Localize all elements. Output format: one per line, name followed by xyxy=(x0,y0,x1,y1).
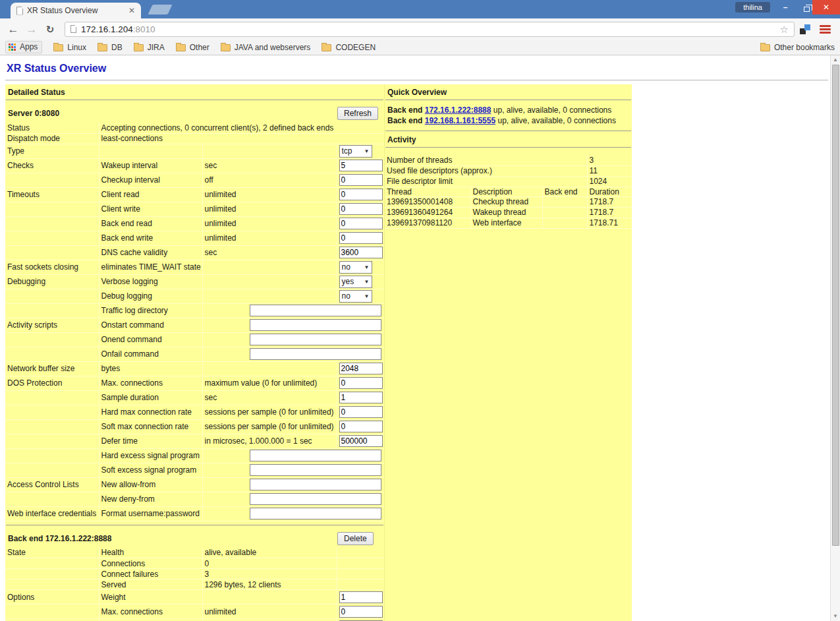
text-input[interactable] xyxy=(339,160,383,171)
text-input[interactable] xyxy=(250,479,381,490)
text-input[interactable] xyxy=(339,406,383,418)
text-input[interactable] xyxy=(250,450,381,461)
vertical-scrollbar[interactable]: ▲ ▼ xyxy=(830,55,840,621)
bookmark-item[interactable]: JAVA and webservers xyxy=(221,43,311,52)
text-input[interactable] xyxy=(250,464,381,476)
text-input[interactable] xyxy=(339,174,383,186)
cell: Accepting connections, 0 concurrent clie… xyxy=(99,123,384,133)
back-icon[interactable]: ← xyxy=(5,24,21,35)
text-input[interactable] xyxy=(339,591,383,603)
status-content: Detailed Status Server 0:8080 Refresh St… xyxy=(5,84,632,621)
text-input[interactable] xyxy=(339,189,383,200)
bookmark-star-icon[interactable]: ☆ xyxy=(780,24,789,34)
cell: Back end read xyxy=(99,216,202,231)
text-input[interactable] xyxy=(339,218,383,229)
cell: State xyxy=(5,548,99,558)
backend-status-line: Back end 172.16.1.222:8888 up, alive, av… xyxy=(385,105,632,115)
cell xyxy=(5,303,99,318)
text-input[interactable] xyxy=(250,305,381,316)
bookmark-item[interactable]: DB xyxy=(98,43,123,52)
window-close-button[interactable]: ✕ xyxy=(812,0,840,15)
backend-section-row: Back end 172.16.1.222:8888 Delete xyxy=(5,531,384,548)
text-input[interactable] xyxy=(250,493,381,505)
cell: unlimited xyxy=(202,187,337,202)
text-input[interactable] xyxy=(339,606,383,618)
scrollbar-thumb[interactable] xyxy=(832,65,839,546)
cell: 1718.71 xyxy=(587,218,632,228)
window-minimize-button[interactable]: – xyxy=(777,0,794,15)
bookmark-item[interactable]: JIRA xyxy=(134,43,165,52)
cell: 3 xyxy=(202,569,337,579)
cell xyxy=(542,207,587,218)
detailed-status-panel: Detailed Status Server 0:8080 Refresh St… xyxy=(5,84,384,621)
dropdown-select[interactable]: no▼ xyxy=(339,290,372,303)
table-row: Onfail command xyxy=(5,347,384,361)
table-row: Back end writeunlimited xyxy=(5,231,384,245)
cell: Sample duration xyxy=(99,390,202,405)
server-title: Server 0:8080 xyxy=(8,109,59,118)
profile-tiles-icon[interactable] xyxy=(800,24,810,34)
forward-icon[interactable]: → xyxy=(24,24,40,35)
cell xyxy=(337,419,384,434)
cell: Served xyxy=(99,579,202,590)
bookmark-label: Other xyxy=(190,43,210,52)
browser-tab[interactable]: XR Status Overview ✕ xyxy=(11,3,141,18)
cell: Wakeup thread xyxy=(470,207,542,218)
text-input[interactable] xyxy=(339,203,383,215)
cell: Timeouts xyxy=(5,187,99,202)
text-input[interactable] xyxy=(250,508,381,519)
scroll-down-icon[interactable]: ▼ xyxy=(831,612,840,621)
other-bookmarks[interactable]: Other bookmarks xyxy=(760,43,835,52)
web-page: XR Status Overview Detailed Status Serve… xyxy=(0,55,840,621)
text-input[interactable] xyxy=(339,421,383,432)
text-input[interactable] xyxy=(339,232,383,244)
delete-button[interactable]: Delete xyxy=(337,532,374,545)
folder-icon xyxy=(176,44,186,51)
profile-name-badge[interactable]: thilina xyxy=(735,2,770,13)
menu-hamburger-icon[interactable] xyxy=(820,25,831,34)
cell: 139691350001408 xyxy=(385,196,470,207)
cell: Weight xyxy=(99,590,202,605)
table-row: New deny-from xyxy=(5,492,384,506)
text-input[interactable] xyxy=(250,319,381,331)
backend-status-line: Back end 192.168.1.161:5555 up, alive, a… xyxy=(385,115,632,126)
divider xyxy=(6,525,383,525)
bookmark-item[interactable]: Linux xyxy=(53,43,86,52)
bookmark-item[interactable]: Other xyxy=(176,43,210,52)
refresh-button[interactable]: Refresh xyxy=(337,107,378,120)
cell: 1024 xyxy=(587,176,632,187)
table-row: Dispatch modeleast-connections xyxy=(5,133,384,144)
text-input[interactable] xyxy=(250,348,381,360)
table-row xyxy=(5,619,384,621)
cell: Defer time xyxy=(99,434,202,448)
activity-table: Number of threads3Used file descriptors … xyxy=(385,155,632,229)
text-input[interactable] xyxy=(339,363,383,374)
text-input[interactable] xyxy=(339,392,383,403)
text-input[interactable] xyxy=(339,247,383,258)
reload-icon[interactable]: ↻ xyxy=(42,24,58,34)
address-bar[interactable]: 172.16.1.204:8010 ☆ xyxy=(65,22,795,37)
bookmark-item[interactable]: CODEGEN xyxy=(322,43,376,52)
dropdown-select[interactable]: no▼ xyxy=(339,261,372,274)
text-input[interactable] xyxy=(339,377,383,389)
cell xyxy=(337,434,384,448)
text-input[interactable] xyxy=(250,334,381,345)
cell xyxy=(5,231,99,245)
cell: 139691360491264 xyxy=(385,207,470,218)
cell xyxy=(202,463,384,477)
text-input[interactable] xyxy=(339,435,383,447)
bookmark-apps[interactable]: Apps xyxy=(5,41,42,53)
scroll-up-icon[interactable]: ▲ xyxy=(831,55,840,65)
backend-link[interactable]: 172.16.1.222:8888 xyxy=(425,105,491,115)
bookmark-items: LinuxDBJIRAOtherJAVA and webserversCODEG… xyxy=(53,43,376,52)
tab-close-icon[interactable]: ✕ xyxy=(128,7,135,15)
folder-icon xyxy=(322,44,331,51)
new-tab-button[interactable] xyxy=(148,5,173,15)
cell: Health xyxy=(99,548,202,558)
cell xyxy=(542,196,587,207)
dropdown-select[interactable]: tcp▼ xyxy=(339,145,372,158)
dropdown-value: yes xyxy=(342,277,354,286)
dropdown-select[interactable]: yes▼ xyxy=(339,276,372,288)
cell xyxy=(337,376,384,390)
backend-link[interactable]: 192.168.1.161:5555 xyxy=(425,116,495,125)
